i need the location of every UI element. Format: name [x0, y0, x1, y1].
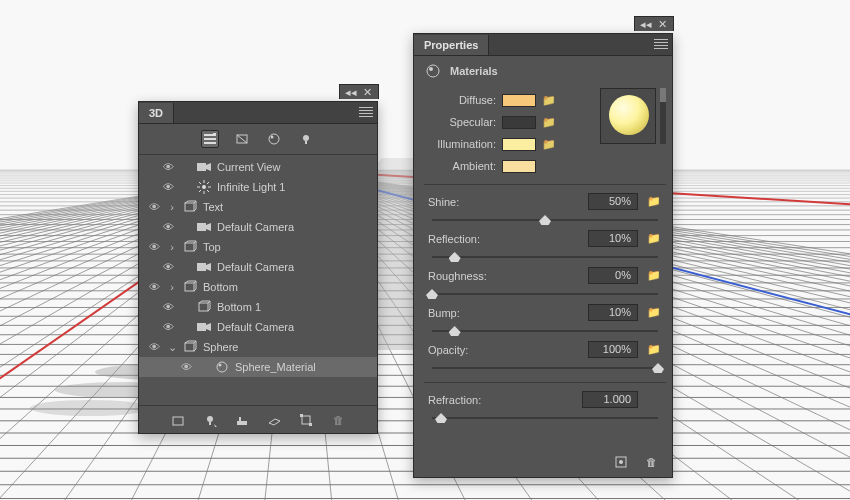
refraction-thumb[interactable]: [435, 413, 447, 423]
bump-texture-icon[interactable]: 📁: [646, 306, 662, 319]
delete-material-icon[interactable]: 🗑: [642, 453, 660, 471]
bump-value[interactable]: 10%: [588, 304, 638, 321]
svg-rect-156: [185, 203, 194, 211]
visibility-eye-icon[interactable]: 👁: [161, 261, 175, 273]
mesh-icon: [183, 240, 197, 254]
tree-row-label: Bottom 1: [217, 301, 371, 313]
bump-track[interactable]: [432, 325, 658, 337]
svg-rect-162: [197, 223, 206, 231]
disclosure-icon[interactable]: ⌄: [167, 341, 177, 354]
svg-point-195: [207, 416, 213, 422]
filter-scene-icon[interactable]: [201, 130, 219, 148]
close-icon[interactable]: ✕: [362, 87, 372, 97]
reflection-texture-icon[interactable]: 📁: [646, 232, 662, 245]
tree-row[interactable]: 👁Current View: [139, 157, 377, 177]
new-plane-icon[interactable]: [265, 411, 283, 429]
svg-rect-136: [204, 138, 216, 140]
collapse-icon[interactable]: ◂◂: [641, 19, 651, 29]
svg-rect-194: [173, 417, 183, 425]
diffuse-swatch[interactable]: [502, 94, 536, 107]
tree-row-label: Default Camera: [217, 261, 371, 273]
filter-lights-icon[interactable]: [297, 130, 315, 148]
visibility-eye-icon[interactable]: 👁: [161, 301, 175, 313]
opacity-track[interactable]: [432, 362, 658, 374]
mesh-icon: [197, 300, 211, 314]
shine-texture-icon[interactable]: 📁: [646, 195, 662, 208]
tree-row-label: Bottom: [203, 281, 371, 293]
visibility-eye-icon[interactable]: 👁: [161, 181, 175, 193]
roughness-texture-icon[interactable]: 📁: [646, 269, 662, 282]
disclosure-icon[interactable]: ›: [167, 281, 177, 293]
refraction-slider: Refraction:1.000: [428, 391, 662, 424]
filter-meshes-icon[interactable]: [233, 130, 251, 148]
panel-properties-handle[interactable]: ◂◂ ✕: [634, 16, 674, 31]
new-light-icon[interactable]: [201, 411, 219, 429]
specular-texture-icon[interactable]: 📁: [542, 116, 556, 128]
illumination-texture-icon[interactable]: 📁: [542, 138, 556, 150]
tree-row[interactable]: 👁⌄Sphere: [139, 337, 377, 357]
roughness-track[interactable]: [432, 288, 658, 300]
panel-properties-menu-icon[interactable]: [654, 37, 668, 51]
reflection-thumb[interactable]: [449, 252, 461, 262]
close-icon[interactable]: ✕: [657, 19, 667, 29]
tree-row[interactable]: 👁›Top: [139, 237, 377, 257]
tree-row[interactable]: 👁Infinite Light 1: [139, 177, 377, 197]
tree-row[interactable]: 👁›Text: [139, 197, 377, 217]
svg-point-142: [271, 136, 274, 139]
roughness-value[interactable]: 0%: [588, 267, 638, 284]
opacity-value[interactable]: 100%: [588, 341, 638, 358]
disclosure-icon[interactable]: ›: [167, 241, 177, 253]
material-preview[interactable]: [600, 88, 656, 144]
tree-row[interactable]: 👁Default Camera: [139, 257, 377, 277]
tree-row[interactable]: 👁Default Camera: [139, 217, 377, 237]
ambient-swatch[interactable]: [502, 160, 536, 173]
tree-row[interactable]: 👁Default Camera: [139, 317, 377, 337]
panel-3d-tabbar: 3D: [139, 102, 377, 124]
visibility-eye-icon[interactable]: 👁: [147, 281, 161, 293]
shine-thumb[interactable]: [539, 215, 551, 225]
tab-properties[interactable]: Properties: [414, 35, 489, 55]
visibility-eye-icon[interactable]: 👁: [147, 241, 161, 253]
visibility-eye-icon[interactable]: 👁: [161, 321, 175, 333]
preview-scrollbar[interactable]: [660, 88, 666, 144]
disclosure-icon[interactable]: ›: [167, 201, 177, 213]
specular-swatch[interactable]: [502, 116, 536, 129]
reflection-value[interactable]: 10%: [588, 230, 638, 247]
visibility-eye-icon[interactable]: 👁: [179, 361, 193, 373]
svg-rect-178: [199, 303, 208, 311]
collapse-icon[interactable]: ◂◂: [346, 87, 356, 97]
tree-row[interactable]: 👁Bottom 1: [139, 297, 377, 317]
panel-3d-filter-toolbar: [139, 124, 377, 155]
new-mesh-icon[interactable]: [169, 411, 187, 429]
filter-materials-icon[interactable]: [265, 130, 283, 148]
tab-3d[interactable]: 3D: [139, 103, 174, 123]
render-icon[interactable]: [297, 411, 315, 429]
opacity-texture-icon[interactable]: 📁: [646, 343, 662, 356]
refraction-track[interactable]: [432, 412, 658, 424]
refraction-value[interactable]: 1.000: [582, 391, 638, 408]
reflection-label: Reflection:: [428, 233, 498, 245]
visibility-eye-icon[interactable]: 👁: [161, 161, 175, 173]
reflection-track[interactable]: [432, 251, 658, 263]
visibility-eye-icon[interactable]: 👁: [161, 221, 175, 233]
diffuse-texture-icon[interactable]: 📁: [542, 94, 556, 106]
panel-3d-menu-icon[interactable]: [359, 105, 373, 119]
tree-row[interactable]: 👁›Bottom: [139, 277, 377, 297]
shine-value[interactable]: 50%: [588, 193, 638, 210]
roughness-thumb[interactable]: [426, 289, 438, 299]
opacity-thumb[interactable]: [652, 363, 664, 373]
svg-point-141: [269, 134, 279, 144]
visibility-eye-icon[interactable]: 👁: [147, 201, 161, 213]
bump-thumb[interactable]: [449, 326, 461, 336]
tree-row-label: Infinite Light 1: [217, 181, 371, 193]
shine-track[interactable]: [432, 214, 658, 226]
illumination-swatch[interactable]: [502, 138, 536, 151]
delete-icon[interactable]: 🗑: [329, 411, 347, 429]
tree-row[interactable]: 👁Sphere_Material: [139, 357, 377, 377]
render-settings-icon[interactable]: [612, 453, 630, 471]
light-icon: [197, 180, 211, 194]
tree-row-label: Sphere: [203, 341, 371, 353]
visibility-eye-icon[interactable]: 👁: [147, 341, 161, 353]
new-group-icon[interactable]: [233, 411, 251, 429]
panel-3d-handle[interactable]: ◂◂ ✕: [339, 84, 379, 99]
